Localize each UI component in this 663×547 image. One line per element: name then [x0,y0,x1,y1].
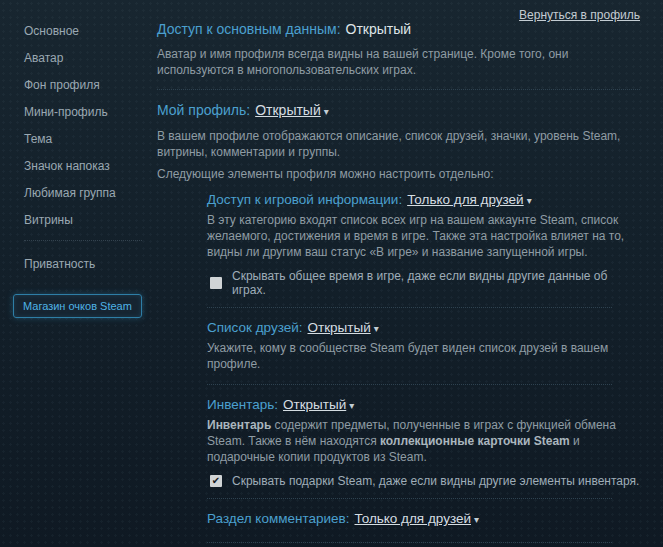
friends-list-privacy-dropdown[interactable]: Открытый▾ [308,320,379,337]
inventory-privacy-dropdown[interactable]: Открытый▾ [283,397,354,414]
privacy-settings-content: Доступ к основным данным:Открытый Аватар… [157,0,640,547]
inventory-privacy-value[interactable]: Открытый [283,397,346,412]
hide-gifts-checkbox-label[interactable]: Скрывать подарки Steam, даже если видны … [232,474,639,488]
basic-access-description: Аватар и имя профиля всегда видны на ваш… [157,46,640,78]
sidebar-item-profile-background[interactable]: Фон профиля [24,78,144,92]
friends-list-privacy-value[interactable]: Открытый [308,320,371,335]
sidebar-item-featured-badge[interactable]: Значок напоказ [24,159,144,173]
divider [207,307,612,308]
friends-list-heading: Список друзей: [207,320,303,335]
comments-privacy-value[interactable]: Только для друзей [354,511,471,526]
divider [207,542,612,543]
sidebar-item-privacy[interactable]: Приватность [24,257,144,271]
inventory-description-bold: Инвентарь [207,418,271,432]
comments-heading: Раздел комментариев: [207,511,349,526]
inventory-heading-row: Инвентарь:Открытый▾ [207,397,640,414]
my-profile-note: Следующие элементы профиля можно настрои… [157,166,640,182]
my-profile-heading-row: Мой профиль:Открытый▾ [157,102,640,120]
game-details-heading: Доступ к игровой информации: [207,192,402,207]
friends-list-description: Укажите, кому в сообществе Steam будет в… [207,340,640,372]
comments-heading-row: Раздел комментариев:Только для друзей▾ [207,511,640,528]
sidebar-item-avatar[interactable]: Аватар [24,51,144,65]
sidebar-item-theme[interactable]: Тема [24,132,144,146]
my-profile-privacy-value[interactable]: Открытый [255,102,321,118]
divider [157,89,640,90]
points-shop-button[interactable]: Магазин очков Steam [13,294,142,318]
hide-gifts-checkbox[interactable]: ✔ [210,475,222,487]
divider [207,384,612,385]
my-profile-privacy-dropdown[interactable]: Открытый▾ [255,102,329,120]
trading-cards-bold: коллекционные карточки Steam [380,434,570,448]
steam-privacy-settings-page: { "icons": { "dropdown_arrow": "▾", "che… [0,0,663,547]
hide-playtime-checkbox-row[interactable]: Скрывать общее время в игре, даже если в… [210,269,640,297]
hide-gifts-checkbox-row[interactable]: ✔ Скрывать подарки Steam, даже если видн… [210,474,640,488]
sidebar-divider [24,240,142,241]
game-details-privacy-dropdown[interactable]: Только для друзей▾ [407,192,532,209]
chevron-down-icon: ▾ [474,512,479,528]
comments-privacy-dropdown[interactable]: Только для друзей▾ [354,511,479,528]
game-details-heading-row: Доступ к игровой информации:Только для д… [207,192,640,209]
sidebar-item-general[interactable]: Основное [24,24,144,38]
profile-subsections: Доступ к игровой информации:Только для д… [207,192,640,547]
game-details-privacy-value[interactable]: Только для друзей [407,192,524,207]
basic-access-heading-row: Доступ к основным данным:Открытый [157,21,640,37]
sidebar-item-favorite-group[interactable]: Любимая группа [24,186,144,200]
inventory-heading: Инвентарь: [207,397,278,412]
chevron-down-icon: ▾ [324,104,329,120]
sidebar-item-mini-profile[interactable]: Мини-профиль [24,105,144,119]
friends-list-heading-row: Список друзей:Открытый▾ [207,320,640,337]
hide-playtime-checkbox-label[interactable]: Скрывать общее время в игре, даже если в… [232,269,640,297]
my-profile-heading: Мой профиль: [157,102,250,118]
sidebar-item-showcases[interactable]: Витрины [24,213,144,227]
game-details-description: В эту категорию входят список всех игр н… [207,212,640,260]
basic-access-value: Открытый [346,21,412,37]
chevron-down-icon: ▾ [374,321,379,337]
chevron-down-icon: ▾ [527,193,532,209]
chevron-down-icon: ▾ [349,398,354,414]
my-profile-description: В вашем профиле отображаются описание, с… [157,128,640,160]
profile-settings-sidebar: Основное Аватар Фон профиля Мини-профиль… [24,24,144,284]
inventory-description: Инвентарь содержит предметы, полученные … [207,417,640,465]
divider [207,498,612,499]
hide-playtime-checkbox[interactable] [210,277,222,289]
basic-access-heading: Доступ к основным данным: [157,21,341,37]
